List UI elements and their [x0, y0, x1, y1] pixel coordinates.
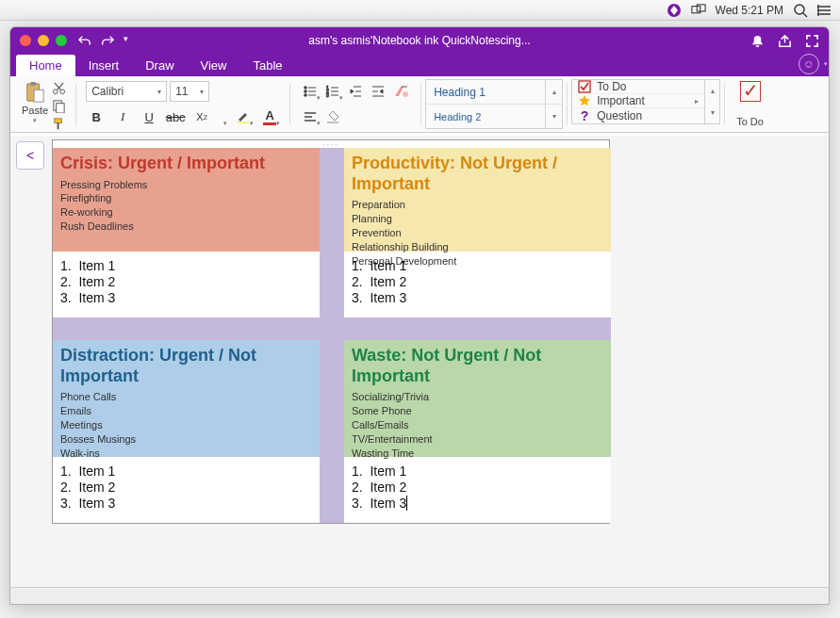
undo-button[interactable]	[78, 34, 91, 47]
svg-rect-1	[691, 7, 700, 13]
format-painter-button[interactable]	[52, 117, 66, 131]
bullets-button[interactable]	[300, 81, 321, 102]
share-icon[interactable]	[778, 34, 792, 48]
italic-button[interactable]: I	[112, 106, 133, 127]
strikethrough-button[interactable]: abc	[165, 106, 186, 127]
quadrant-crisis[interactable]: Crisis: Urgent / Important Pressing Prob…	[53, 148, 320, 317]
tab-view[interactable]: View	[188, 55, 240, 76]
font-size-select[interactable]: 11▾	[170, 81, 209, 102]
svg-rect-43	[579, 81, 590, 92]
svg-text:3: 3	[326, 92, 329, 98]
styles-scroll-up[interactable]: ▴	[546, 80, 562, 105]
style-heading1[interactable]: Heading 1	[426, 80, 545, 105]
quadrant-productivity[interactable]: Productivity: Not Urgent / Important Pre…	[344, 148, 611, 317]
list-item[interactable]: 1. Item 1	[352, 464, 603, 479]
highlight-button[interactable]	[233, 106, 254, 127]
tab-insert[interactable]: Insert	[75, 55, 133, 76]
clear-formatting-button[interactable]	[390, 81, 411, 102]
subscript-dropdown[interactable]	[218, 106, 227, 127]
menu-list-icon[interactable]	[817, 3, 832, 18]
list-item: Preparation	[352, 198, 603, 212]
list-item[interactable]: 3. Item 3	[352, 290, 603, 305]
tab-home[interactable]: Home	[16, 55, 75, 76]
list-item[interactable]: 2. Item 2	[60, 274, 312, 289]
close-window-button[interactable]	[20, 35, 31, 46]
list-item: Re-working	[60, 205, 312, 220]
svg-rect-12	[30, 82, 36, 86]
tags-scroll-down[interactable]: ▾	[711, 108, 715, 117]
list-item[interactable]: 1. Item 1	[60, 258, 312, 273]
statusbar	[10, 587, 829, 604]
list-item: Pressing Problems	[60, 178, 312, 192]
tab-table[interactable]: Table	[240, 55, 296, 76]
q1-items[interactable]: 1. Item 12. Item 23. Item 3	[60, 258, 312, 305]
list-item[interactable]: 3. Item 3	[352, 496, 603, 511]
svg-point-3	[795, 5, 804, 14]
svg-point-38	[403, 91, 408, 97]
purple-diamond-icon	[667, 3, 682, 18]
ribbon-tabs: Home Insert Draw View Table ☺	[10, 54, 829, 76]
bold-button[interactable]: B	[86, 106, 107, 127]
tab-draw[interactable]: Draw	[132, 55, 187, 76]
svg-point-20	[305, 87, 307, 89]
expand-nav-button[interactable]: <	[16, 141, 44, 170]
redo-button[interactable]	[101, 34, 114, 47]
list-item[interactable]: 3. Item 3	[60, 496, 312, 511]
todo-button[interactable]: To Do	[729, 79, 771, 129]
underline-button[interactable]: U	[139, 106, 159, 127]
checkbox-icon	[578, 80, 591, 93]
paste-button[interactable]: Paste ▾	[22, 81, 48, 124]
list-item[interactable]: 1. Item 1	[60, 464, 312, 479]
container-handle[interactable]: ····	[53, 140, 609, 148]
q4-items[interactable]: 1. Item 12. Item 23. Item 3	[352, 464, 603, 511]
column-gap	[320, 148, 344, 317]
feedback-smiley-icon[interactable]: ☺	[799, 54, 819, 74]
menubar-clock[interactable]: Wed 5:21 PM	[716, 4, 783, 17]
tag-important[interactable]: Important ▸	[572, 94, 704, 108]
list-item: Phone Calls	[60, 390, 312, 404]
q3-examples: Phone CallsEmailsMeetingsBosses MusingsW…	[60, 390, 312, 460]
q2-items[interactable]: 1. Item 12. Item 23. Item 3	[352, 258, 603, 305]
svg-point-15	[60, 89, 65, 94]
list-item[interactable]: 3. Item 3	[60, 290, 312, 305]
svg-point-10	[817, 13, 819, 15]
quadrant-waste[interactable]: Waste: Not Urgent / Not Important Social…	[344, 340, 611, 523]
copy-button[interactable]	[52, 99, 66, 113]
list-item: Emails	[60, 404, 312, 418]
list-item[interactable]: 2. Item 2	[60, 480, 312, 495]
align-button[interactable]	[300, 106, 321, 127]
tag-todo[interactable]: To Do	[572, 80, 704, 94]
font-family-select[interactable]: Calibri▾	[86, 81, 167, 102]
quadrant-distraction[interactable]: Distraction: Urgent / Not Important Phon…	[53, 340, 320, 523]
tags-scroll-up[interactable]: ▴	[711, 87, 715, 95]
delete-button[interactable]	[322, 106, 343, 127]
list-item[interactable]: 2. Item 2	[352, 480, 603, 495]
tag-question[interactable]: ? Question	[572, 108, 704, 123]
style-heading2[interactable]: Heading 2	[426, 105, 545, 128]
spotlight-icon[interactable]	[793, 3, 808, 18]
outdent-button[interactable]	[345, 81, 366, 102]
q3-items[interactable]: 1. Item 12. Item 23. Item 3	[60, 464, 312, 511]
minimize-window-button[interactable]	[38, 35, 49, 46]
svg-point-9	[817, 9, 819, 11]
list-item[interactable]: 2. Item 2	[352, 274, 603, 289]
subscript-button[interactable]: X2	[191, 106, 212, 127]
question-icon: ?	[578, 108, 591, 123]
qat-customize-button[interactable]: ▾	[124, 34, 128, 47]
svg-point-14	[54, 89, 58, 94]
cut-button[interactable]	[52, 81, 66, 95]
quick-access-toolbar: ▾	[78, 34, 128, 47]
font-color-button[interactable]: A	[259, 106, 280, 127]
fullscreen-icon[interactable]	[805, 34, 819, 48]
list-item[interactable]: 1. Item 1	[352, 258, 603, 273]
numbering-button[interactable]: 123	[322, 81, 343, 102]
note-canvas[interactable]: ···· Crisis: Urgent / Important Pressing…	[52, 139, 610, 524]
list-item: Meetings	[60, 418, 312, 432]
zoom-window-button[interactable]	[56, 35, 67, 46]
notifications-icon[interactable]	[750, 34, 765, 48]
list-item: Socializing/Trivia	[352, 390, 603, 404]
canvas-scroll[interactable]: ···· Crisis: Urgent / Important Pressing…	[50, 136, 829, 587]
indent-button[interactable]	[368, 81, 388, 102]
eisenhower-matrix: Crisis: Urgent / Important Pressing Prob…	[53, 148, 611, 523]
styles-scroll-down[interactable]: ▾	[546, 105, 562, 128]
